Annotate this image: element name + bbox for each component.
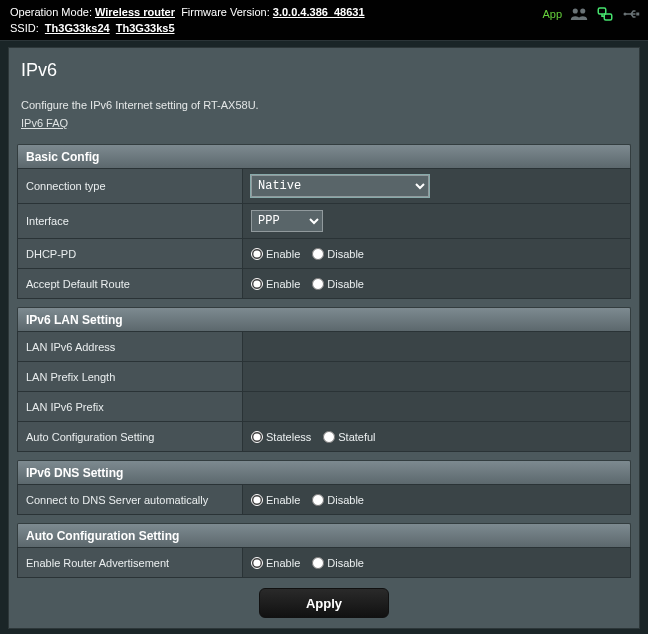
svg-rect-5 [636, 13, 639, 16]
svg-rect-2 [598, 8, 606, 14]
lan-ipv6-prefix-value [243, 392, 631, 422]
page-description: Configure the IPv6 Internet setting of R… [21, 99, 627, 111]
auto-config-table: Enable Router Advertisement Enable Disab… [17, 547, 631, 578]
dhcp-pd-enable[interactable]: Enable [251, 248, 300, 260]
dhcp-pd-disable[interactable]: Disable [312, 248, 364, 260]
usb-icon[interactable] [622, 6, 640, 22]
page-title: IPv6 [21, 60, 627, 81]
router-advert-enable[interactable]: Enable [251, 557, 300, 569]
autoconf-stateless[interactable]: Stateless [251, 431, 311, 443]
ipv6-panel: IPv6 Configure the IPv6 Internet setting… [8, 47, 640, 629]
autoconf-stateful[interactable]: Stateful [323, 431, 375, 443]
ipv6-faq-link[interactable]: IPv6 FAQ [21, 117, 68, 129]
connection-type-label: Connection type [18, 169, 243, 204]
router-advert-disable[interactable]: Disable [312, 557, 364, 569]
dns-auto-disable[interactable]: Disable [312, 494, 364, 506]
operation-mode-label: Operation Mode: [10, 6, 92, 18]
lan-ipv6-address-label: LAN IPv6 Address [18, 332, 243, 362]
lan-ipv6-prefix-label: LAN IPv6 Prefix [18, 392, 243, 422]
basic-config-table: Connection type Native Interface PPP DHC… [17, 168, 631, 299]
firmware-label: Firmware Version: [181, 6, 270, 18]
lan-ipv6-address-value [243, 332, 631, 362]
dhcp-pd-label: DHCP-PD [18, 239, 243, 269]
clients-icon[interactable] [570, 6, 588, 22]
section-lan-setting: IPv6 LAN Setting [17, 307, 631, 331]
auto-config-setting-label: Auto Configuration Setting [18, 422, 243, 452]
app-link[interactable]: App [542, 8, 562, 20]
apply-button[interactable]: Apply [259, 588, 389, 618]
dns-auto-label: Connect to DNS Server automatically [18, 485, 243, 515]
ssid-24g[interactable]: Th3G33ks24 [45, 22, 110, 34]
router-advert-label: Enable Router Advertisement [18, 548, 243, 578]
section-basic-config: Basic Config [17, 144, 631, 168]
top-bar: Operation Mode: Wireless router Firmware… [0, 0, 648, 41]
svg-point-1 [580, 8, 585, 13]
interface-label: Interface [18, 204, 243, 239]
section-auto-config: Auto Configuration Setting [17, 523, 631, 547]
topbar-icons: App [542, 4, 640, 22]
lan-prefix-length-value [243, 362, 631, 392]
operation-mode-value[interactable]: Wireless router [95, 6, 175, 18]
svg-rect-3 [604, 14, 612, 20]
ssid-5g[interactable]: Th3G33ks5 [116, 22, 175, 34]
accept-default-enable[interactable]: Enable [251, 278, 300, 290]
lan-prefix-length-label: LAN Prefix Length [18, 362, 243, 392]
lan-setting-table: LAN IPv6 Address LAN Prefix Length LAN I… [17, 331, 631, 452]
dns-auto-enable[interactable]: Enable [251, 494, 300, 506]
network-icon[interactable] [596, 6, 614, 22]
interface-select[interactable]: PPP [251, 210, 323, 232]
dns-setting-table: Connect to DNS Server automatically Enab… [17, 484, 631, 515]
connection-type-select[interactable]: Native [251, 175, 429, 197]
section-dns-setting: IPv6 DNS Setting [17, 460, 631, 484]
status-info: Operation Mode: Wireless router Firmware… [10, 4, 365, 36]
accept-default-route-label: Accept Default Route [18, 269, 243, 299]
svg-point-0 [573, 8, 578, 13]
firmware-version[interactable]: 3.0.0.4.386_48631 [273, 6, 365, 18]
ssid-label: SSID: [10, 22, 39, 34]
accept-default-disable[interactable]: Disable [312, 278, 364, 290]
